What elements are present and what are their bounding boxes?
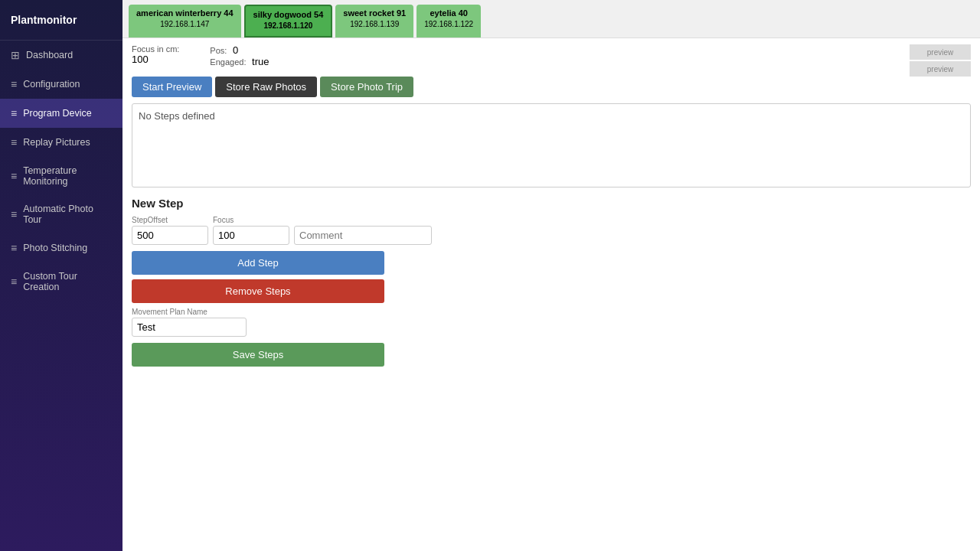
save-steps-button[interactable]: Save Steps	[132, 343, 384, 367]
pos-value: 0	[233, 44, 238, 56]
nav-label-photo-stitching: Photo Stitching	[23, 243, 87, 253]
app-name: Plantmonitor	[11, 14, 77, 26]
preview-area: preview preview	[910, 44, 971, 77]
plan-name-label: Movement Plan Name	[132, 308, 247, 316]
nav-label-custom-tour-creation: Custom Tour Creation	[23, 271, 112, 292]
plan-name-row: Movement Plan Name	[132, 308, 971, 337]
plan-name-group: Movement Plan Name	[132, 308, 247, 337]
nav-icon-photo-stitching: ≡	[11, 242, 17, 254]
engaged-label: Engaged:	[210, 57, 246, 67]
add-step-button[interactable]: Add Step	[132, 251, 384, 275]
nav-label-automatic-photo-tour: Automatic Photo Tour	[23, 204, 112, 225]
sidebar: Plantmonitor ⊞Dashboard≡Configuration≡Pr…	[0, 0, 122, 551]
nav-menu: ⊞Dashboard≡Configuration≡Program Device≡…	[0, 41, 122, 301]
action-buttons: Start Preview Store Raw Photos Store Pho…	[132, 77, 971, 97]
preview-image-2: preview	[910, 61, 971, 77]
info-row: Focus in cm: 100 Pos: 0 Engaged: true	[132, 44, 270, 67]
comment-input[interactable]	[294, 226, 432, 245]
no-steps-text: No Steps defined	[139, 110, 215, 122]
step-inputs: StepOffset Focus	[132, 216, 971, 245]
plant-tab-plant3[interactable]: sweet rocket 91192.168.1.139	[335, 5, 413, 37]
start-preview-button[interactable]: Start Preview	[132, 77, 212, 97]
sidebar-item-photo-stitching[interactable]: ≡Photo Stitching	[0, 233, 122, 262]
sidebar-item-custom-tour-creation[interactable]: ≡Custom Tour Creation	[0, 262, 122, 301]
nav-icon-dashboard: ⊞	[11, 49, 20, 61]
nav-label-replay-pictures: Replay Pictures	[23, 137, 90, 148]
plant-tab-plant2[interactable]: silky dogwood 54192.168.1.120	[244, 5, 333, 37]
nav-icon-custom-tour-creation: ≡	[11, 276, 17, 288]
focus-group: Focus	[213, 216, 289, 245]
sidebar-item-automatic-photo-tour[interactable]: ≡Automatic Photo Tour	[0, 195, 122, 233]
plant-tab-name-plant1: american winterberry 44	[136, 8, 234, 19]
content-area: Focus in cm: 100 Pos: 0 Engaged: true pr…	[122, 38, 980, 551]
step-offset-label: StepOffset	[132, 216, 208, 224]
engaged-line: Engaged: true	[210, 56, 269, 67]
plant-tabs-bar: american winterberry 44192.168.1.147silk…	[122, 0, 980, 38]
store-photo-trip-button[interactable]: Store Photo Trip	[320, 77, 413, 97]
pos-label: Pos:	[210, 46, 227, 55]
store-raw-photos-button[interactable]: Store Raw Photos	[215, 77, 317, 97]
plant-tab-name-plant2: silky dogwood 54	[253, 9, 324, 21]
new-step-title: New Step	[132, 197, 971, 210]
plant-tab-plant4[interactable]: eytelia 40192.168.1.122	[416, 5, 481, 37]
pos-engaged-info: Pos: 0 Engaged: true	[210, 44, 269, 67]
main-content: american winterberry 44192.168.1.147silk…	[122, 0, 980, 551]
focus-info: Focus in cm: 100	[132, 44, 179, 65]
focus-value: 100	[132, 54, 179, 65]
sidebar-item-program-device[interactable]: ≡Program Device	[0, 99, 122, 128]
plant-tab-ip-plant2: 192.168.1.120	[253, 21, 324, 31]
steps-list-area: No Steps defined	[132, 103, 971, 187]
plant-tab-ip-plant3: 192.168.1.139	[343, 19, 406, 30]
focus-input[interactable]	[213, 226, 289, 245]
focus-input-label: Focus	[213, 216, 289, 224]
sidebar-item-temperature-monitoring[interactable]: ≡Temperature Monitoring	[0, 157, 122, 195]
new-step-section: New Step StepOffset Focus Add Step Remov…	[132, 197, 971, 371]
sidebar-item-dashboard[interactable]: ⊞Dashboard	[0, 41, 122, 70]
app-logo: Plantmonitor	[0, 0, 122, 41]
nav-icon-program-device: ≡	[11, 107, 17, 119]
pos-line: Pos: 0	[210, 44, 269, 56]
nav-icon-configuration: ≡	[11, 78, 17, 90]
plant-tab-name-plant4: eytelia 40	[424, 8, 473, 19]
sidebar-item-configuration[interactable]: ≡Configuration	[0, 70, 122, 99]
nav-label-program-device: Program Device	[23, 108, 92, 119]
sidebar-item-replay-pictures[interactable]: ≡Replay Pictures	[0, 128, 122, 157]
plant-tab-name-plant3: sweet rocket 91	[343, 8, 406, 19]
nav-label-configuration: Configuration	[23, 79, 80, 90]
nav-label-dashboard: Dashboard	[26, 50, 73, 60]
step-offset-group: StepOffset	[132, 216, 208, 245]
nav-icon-temperature-monitoring: ≡	[11, 170, 17, 182]
preview-image-1: preview	[910, 44, 971, 60]
engaged-value: true	[252, 56, 269, 67]
step-offset-input[interactable]	[132, 226, 208, 245]
plan-name-input[interactable]	[132, 318, 247, 337]
nav-icon-automatic-photo-tour: ≡	[11, 208, 17, 220]
comment-label	[294, 216, 432, 224]
focus-label: Focus in cm:	[132, 44, 179, 54]
plant-tab-ip-plant1: 192.168.1.147	[136, 19, 234, 30]
nav-label-temperature-monitoring: Temperature Monitoring	[23, 165, 112, 187]
comment-group	[294, 216, 432, 245]
remove-steps-button[interactable]: Remove Steps	[132, 279, 384, 303]
nav-icon-replay-pictures: ≡	[11, 136, 17, 148]
plant-tab-ip-plant4: 192.168.1.122	[424, 19, 473, 30]
plant-tab-plant1[interactable]: american winterberry 44192.168.1.147	[129, 5, 241, 37]
